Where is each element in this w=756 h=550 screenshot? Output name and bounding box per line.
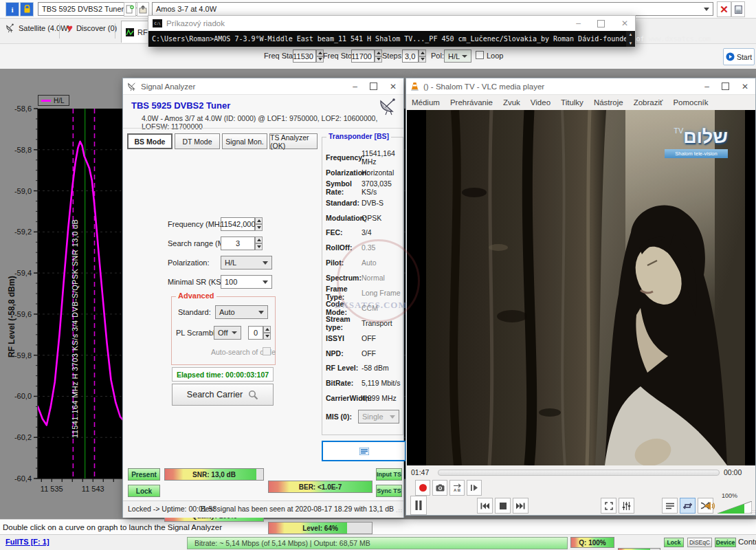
scroll-down-icon[interactable]: ▼: [629, 41, 633, 45]
chevron-down-icon: [258, 311, 264, 314]
previous-button[interactable]: [477, 498, 493, 514]
freq-stop-stepper[interactable]: [375, 50, 382, 63]
control-menu[interactable]: Control: [738, 537, 756, 546]
ts-list-button[interactable]: [322, 441, 406, 461]
frequency-input[interactable]: 11542,000: [221, 217, 255, 231]
steps-input[interactable]: 3,0: [402, 50, 419, 63]
vlc-menu-titulky[interactable]: Titulky: [561, 98, 583, 107]
tab-satellite-label: Satellite (4.0W): [19, 24, 70, 32]
close-scan-button[interactable]: ✕: [717, 1, 731, 17]
autosearch-checkbox[interactable]: [263, 347, 271, 355]
logo-tv-text: TV: [674, 126, 683, 135]
close-icon[interactable]: ✕: [390, 82, 397, 91]
volume-slider[interactable]: [718, 501, 752, 514]
search-range-stepper[interactable]: [255, 236, 263, 250]
search-range-input[interactable]: 3: [221, 236, 255, 250]
steps-stepper[interactable]: [419, 50, 426, 63]
device-button[interactable]: Device: [715, 538, 736, 547]
fullscreen-button[interactable]: [601, 498, 616, 514]
minimize-icon[interactable]: –: [576, 19, 581, 28]
info-icon[interactable]: i: [5, 2, 19, 16]
ab-loop-button[interactable]: A B: [449, 480, 465, 496]
loop-checkbox[interactable]: [476, 51, 484, 59]
frequency-stepper[interactable]: [255, 217, 263, 231]
close-icon[interactable]: ✕: [621, 19, 628, 28]
signal-analyzer-titlebar[interactable]: Signal Analyzer – ✕: [123, 78, 403, 95]
vlc-titlebar[interactable]: () - Shalom TV - VLC media player – ✕: [406, 78, 755, 95]
tab-discover[interactable]: ♥ Discover (0): [67, 23, 117, 33]
tab-satellite[interactable]: Satellite (4.0W): [5, 23, 70, 33]
next-button[interactable]: [513, 498, 529, 514]
stop-button[interactable]: [495, 498, 511, 514]
transponder-row: Frequency:11541,164 MHz: [326, 150, 401, 165]
cmd-console[interactable]: C:\Users\Roman>AMOS 7-3.9°W-Middle East …: [148, 31, 635, 47]
vlc-menu-nástroje[interactable]: Nástroje: [594, 98, 623, 107]
vlc-menu-médium[interactable]: Médium: [412, 98, 440, 107]
freq-stop-input[interactable]: 11700: [351, 50, 375, 63]
maximize-icon[interactable]: [370, 82, 377, 90]
export-icon[interactable]: [137, 2, 149, 16]
vlc-menu-pomocník[interactable]: Pomocník: [673, 98, 708, 107]
speaker-icon[interactable]: [705, 501, 715, 511]
sa-tab-signal-mon-[interactable]: Signal Mon.: [222, 133, 267, 149]
resize-grip[interactable]: .::: [750, 508, 756, 514]
vlc-menu-video[interactable]: Video: [531, 98, 551, 107]
frequency-value: 11542,000: [220, 220, 255, 228]
pl-code-stepper[interactable]: [263, 326, 271, 340]
pol-select[interactable]: H/L: [444, 50, 471, 63]
diseqc-button[interactable]: DiSEqC: [687, 538, 712, 547]
vlc-menu-prehrávanie[interactable]: Prehrávanie: [450, 98, 493, 107]
pause-icon: [415, 500, 422, 510]
pl-code-input[interactable]: 0: [248, 326, 263, 340]
lock-icon[interactable]: [20, 2, 34, 16]
logo-hebrew-text: שלום: [683, 126, 728, 147]
vlc-menu-zobraziť[interactable]: Zobraziť: [634, 98, 663, 107]
minimize-icon[interactable]: –: [353, 82, 357, 91]
desktop: i TBS 5925 DVBS2 Tuner Amos 3-7 at 4.0W …: [0, 0, 756, 550]
separator: [59, 23, 60, 38]
frame-step-button[interactable]: [467, 480, 482, 496]
sa-tab-ts-analyzer-ok-[interactable]: TS Analyzer (OK): [269, 133, 318, 149]
resize-grip[interactable]: .::: [396, 507, 403, 514]
minimize-icon[interactable]: –: [704, 82, 709, 91]
close-icon[interactable]: ✕: [742, 82, 748, 91]
polarization-select[interactable]: H/L: [221, 256, 272, 270]
cmd-scrollbar[interactable]: ▲ ▼: [626, 31, 635, 47]
search-carrier-button[interactable]: Search Carrier: [172, 384, 274, 406]
lock-status-button[interactable]: Lock: [664, 538, 684, 547]
logo-subtitle-text: Shalom tele-vision: [675, 151, 717, 157]
main-statusbar: FullTS [F: 1] Bitrate: ~ 5,14 Mbps (of 5…: [0, 534, 756, 550]
snapshot-button[interactable]: [432, 480, 447, 496]
maximize-icon[interactable]: [597, 20, 605, 28]
minimal-sr-select[interactable]: 100: [221, 275, 272, 289]
vlc-menu-zvuk[interactable]: Zvuk: [503, 98, 520, 107]
pause-button[interactable]: [410, 496, 427, 515]
mis-select[interactable]: Single: [358, 410, 399, 424]
loop-button[interactable]: [680, 498, 696, 514]
freq-start-input[interactable]: 11530: [293, 50, 316, 63]
sa-tab-dt-mode[interactable]: DT Mode: [175, 133, 220, 149]
start-button[interactable]: Start: [723, 48, 755, 65]
transponder-row: Polarization:Horizontal: [326, 165, 401, 180]
scroll-up-icon[interactable]: ▲: [629, 32, 633, 36]
transponder-row: RF Level:-58 dBm: [326, 360, 401, 375]
seek-bar[interactable]: [438, 470, 720, 476]
standard-select[interactable]: Auto: [215, 305, 268, 319]
volume-percent: 100%: [722, 492, 737, 499]
transponder-row: Symbol Rate:3703,035 KS/s: [326, 180, 401, 195]
sa-tab-bs-mode[interactable]: BS Mode: [127, 133, 173, 149]
bitrate-bar: Bitrate: ~ 5,14 Mbps (of 5,14 Mbps) | Ou…: [187, 537, 568, 549]
video-area[interactable]: TVשלום Shalom tele-vision: [407, 110, 755, 465]
cmd-titlebar[interactable]: C:\ Príkazový riadok – ✕: [148, 16, 635, 31]
record-button[interactable]: [415, 480, 430, 496]
add-icon[interactable]: [124, 2, 136, 16]
pl-scrambling-select[interactable]: Off: [214, 326, 241, 340]
maximize-icon[interactable]: [722, 82, 729, 90]
transponder-row: Standard:DVB-S: [326, 195, 401, 210]
save-icon[interactable]: [731, 1, 745, 17]
playlist-button[interactable]: [662, 498, 678, 514]
transponder-row: Modulation:QPSK: [326, 210, 401, 226]
satellite-select[interactable]: Amos 3-7 at 4.0W: [152, 2, 713, 16]
equalizer-button[interactable]: [619, 498, 634, 514]
fullts-link[interactable]: FullTS [F: 1]: [5, 538, 49, 546]
